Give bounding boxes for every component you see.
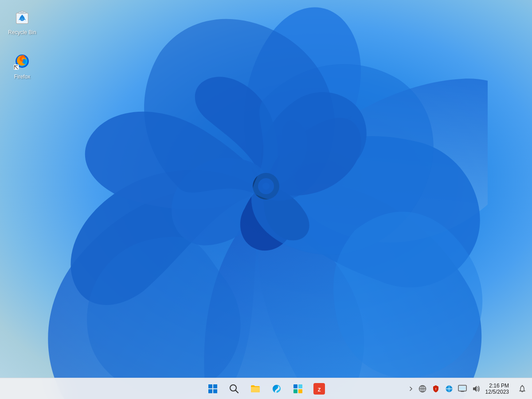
firefox-icon[interactable]: Firefox xyxy=(4,49,40,82)
taskbar-right: ! xyxy=(407,381,528,397)
svg-line-16 xyxy=(235,390,238,393)
desktop: Recycle Bin Firefox xyxy=(0,0,532,399)
svg-rect-19 xyxy=(293,389,297,393)
volume-icon[interactable] xyxy=(469,383,482,395)
display-icon[interactable] xyxy=(456,383,469,395)
taskbar: Z xyxy=(0,378,532,399)
clock-area[interactable]: 2:16 PM 12/5/2023 xyxy=(483,382,512,396)
svg-rect-20 xyxy=(298,389,302,393)
svg-rect-14 xyxy=(213,389,217,393)
firefox-label: Firefox xyxy=(14,74,31,80)
edge-button[interactable] xyxy=(267,379,286,399)
svg-rect-6 xyxy=(21,11,24,12)
browser-tray-icon[interactable] xyxy=(443,383,455,395)
svg-rect-12 xyxy=(213,384,217,388)
file-explorer-button[interactable] xyxy=(246,379,265,399)
clock-time: 2:16 PM xyxy=(489,383,509,389)
svg-rect-18 xyxy=(298,384,302,388)
notification-bell[interactable] xyxy=(516,383,528,395)
clock-date: 12/5/2023 xyxy=(485,389,509,395)
network-icon[interactable] xyxy=(416,383,429,395)
svg-text:Z: Z xyxy=(318,387,321,392)
recycle-bin-image xyxy=(12,6,33,27)
svg-rect-33 xyxy=(459,386,466,390)
zoho-button[interactable]: Z xyxy=(309,379,329,399)
start-button[interactable] xyxy=(203,379,223,399)
firefox-image xyxy=(12,51,33,72)
recycle-bin-label: Recycle Bin xyxy=(8,29,36,35)
search-button[interactable] xyxy=(224,379,244,399)
svg-rect-13 xyxy=(208,389,212,393)
store-button[interactable] xyxy=(288,379,308,399)
recycle-bin-icon[interactable]: Recycle Bin xyxy=(4,4,40,37)
svg-rect-11 xyxy=(208,384,212,388)
show-hidden-icons-button[interactable] xyxy=(407,381,415,397)
wallpaper-flower xyxy=(44,0,488,399)
security-icon[interactable]: ! xyxy=(430,383,442,395)
svg-rect-17 xyxy=(293,384,297,388)
svg-text:!: ! xyxy=(435,387,436,391)
taskbar-center: Z xyxy=(203,379,329,399)
